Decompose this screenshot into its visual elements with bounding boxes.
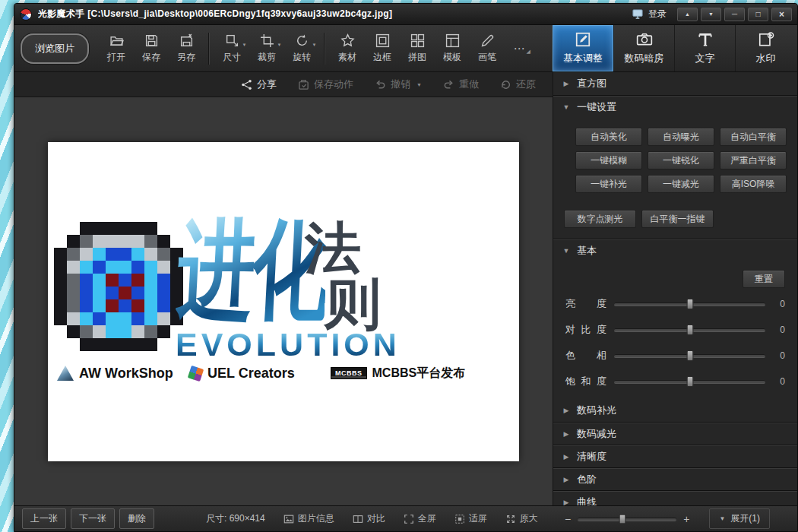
hue-slider[interactable] (614, 354, 765, 357)
collapsed-sections: ▶ 数码补光 ▶ 数码减光 ▶ 清晰度 ▶ 色阶 ▶ 曲线 (553, 399, 797, 505)
material-button[interactable]: 素材 (331, 30, 364, 68)
section-histogram[interactable]: ▶ 直方图 (553, 72, 797, 95)
rotate-button[interactable]: ▼ 旋转 (285, 30, 318, 68)
watermark-icon (758, 31, 774, 48)
contrast-slider[interactable] (614, 328, 765, 331)
high-iso-denoise-button[interactable]: 高ISO降噪 (720, 175, 787, 193)
border-button[interactable]: 边框 (366, 30, 399, 68)
chevron-right-icon: ▶ (562, 476, 570, 483)
basic-section-label: 基本 (577, 244, 597, 258)
section-basic[interactable]: ▼ 基本 (553, 239, 797, 261)
auto-beautify-button[interactable]: 自动美化 (575, 128, 642, 146)
login-button[interactable]: 登录 (627, 6, 674, 22)
next-image-button[interactable]: 下一张 (71, 508, 115, 529)
tab-watermark-label: 水印 (756, 52, 776, 65)
tab-text[interactable]: 文字 (674, 25, 735, 71)
share-button[interactable]: 分享 (241, 78, 277, 91)
collage-button[interactable]: 拼图 (401, 30, 434, 68)
folder-open-icon (109, 33, 124, 48)
contrast-label: 对比度 (565, 323, 606, 337)
maximize-button[interactable]: □ (748, 8, 768, 21)
clarity-label: 清晰度 (577, 450, 606, 464)
section-oneclick-settings[interactable]: ▼ 一键设置 (553, 95, 797, 118)
fit-screen-label: 适屏 (469, 512, 487, 525)
undo-icon (375, 79, 386, 90)
template-button[interactable]: 模板 (435, 30, 469, 68)
severe-white-balance-button[interactable]: 严重白平衡 (720, 151, 787, 169)
browse-images-button[interactable]: 浏览图片 (21, 33, 89, 64)
fullscreen-button[interactable]: 全屏 (404, 512, 436, 525)
more-tools-button[interactable]: ⋯ ◢ (505, 39, 533, 58)
original-size-button[interactable]: 原大 (505, 512, 538, 525)
contrast-slider-thumb[interactable] (686, 325, 693, 335)
brightness-slider[interactable] (614, 302, 765, 306)
restore-button[interactable]: 还原 (500, 78, 536, 91)
chevron-right-icon: ▶ (562, 430, 570, 438)
delete-image-button[interactable]: 删除 (119, 508, 154, 529)
digital-spot-metering-button[interactable]: 数字点测光 (564, 210, 636, 228)
digital-fill-light-label: 数码补光 (577, 404, 616, 417)
brightness-value: 0 (773, 299, 785, 309)
zoom-slider[interactable] (578, 518, 676, 521)
auto-exposure-button[interactable]: 自动曝光 (648, 128, 714, 146)
resize-button[interactable]: ▼ 尺寸 (215, 30, 249, 68)
save-button[interactable]: 保存 (135, 30, 168, 68)
logo-title-en: EVOLUTION (176, 328, 401, 361)
section-digital-fill-light[interactable]: ▶ 数码补光 (553, 399, 797, 422)
brightness-row: 亮度 0 (553, 291, 797, 317)
zoom-slider-thumb[interactable] (619, 514, 625, 524)
hue-slider-thumb[interactable] (686, 350, 693, 361)
expand-button[interactable]: ▼ 展开(1) (709, 508, 770, 529)
fit-screen-button[interactable]: 适屏 (454, 512, 487, 525)
save-as-button[interactable]: 另存 (169, 30, 203, 68)
auto-white-balance-button[interactable]: 自动白平衡 (720, 128, 787, 146)
skin-menu-button[interactable]: ▼ (701, 8, 721, 21)
login-icon (632, 8, 644, 20)
brush-button[interactable]: 画笔 (470, 30, 504, 68)
image-info-button[interactable]: 图片信息 (283, 512, 334, 525)
redo-button[interactable]: 重做 (443, 78, 479, 91)
rollup-window-button[interactable]: ▲ (677, 8, 698, 21)
one-key-reduce-light-button[interactable]: 一键减光 (648, 175, 714, 193)
rotate-label: 旋转 (293, 51, 311, 64)
canvas-area: 进化 法 则 EVOLUTION AW WorkShop UEL Creator… (14, 97, 553, 505)
compare-button[interactable]: 对比 (353, 512, 385, 525)
section-digital-reduce-light[interactable]: ▶ 数码减光 (553, 422, 797, 445)
levels-label: 色阶 (577, 473, 597, 486)
section-curves[interactable]: ▶ 曲线 (553, 490, 797, 505)
section-clarity[interactable]: ▶ 清晰度 (553, 445, 797, 467)
image-info-icon (283, 514, 294, 524)
one-key-fill-light-button[interactable]: 一键补光 (575, 175, 642, 193)
reset-button[interactable]: 重置 (743, 270, 785, 288)
minimize-button[interactable]: ─ (724, 8, 745, 21)
saturation-slider-thumb[interactable] (686, 376, 693, 387)
tab-digital-darkroom[interactable]: 数码暗房 (613, 25, 674, 71)
restore-icon (500, 79, 511, 90)
zoom-out-button[interactable]: − (565, 514, 571, 524)
close-button[interactable]: × (771, 8, 792, 21)
undo-button[interactable]: 撤销 ▼ (375, 78, 422, 91)
save-as-icon (179, 33, 194, 48)
brightness-slider-thumb[interactable] (686, 299, 693, 309)
one-key-blur-button[interactable]: 一键模糊 (575, 151, 642, 169)
prev-image-button[interactable]: 上一张 (22, 508, 66, 529)
section-levels[interactable]: ▶ 色阶 (553, 467, 797, 490)
saturation-slider[interactable] (614, 380, 765, 383)
one-key-sharpen-button[interactable]: 一键锐化 (648, 151, 714, 169)
tab-basic-adjust[interactable]: 基本调整 (553, 25, 613, 71)
chevron-right-icon: ▶ (562, 499, 570, 506)
dropdown-arrow-icon[interactable]: ▼ (416, 82, 422, 87)
crop-button[interactable]: ▼ 裁剪 (250, 30, 283, 68)
credit-aw-workshop: AW WorkShop (57, 366, 173, 382)
border-icon (375, 33, 390, 48)
open-button[interactable]: 打开 (100, 30, 133, 68)
white-balance-one-key-button[interactable]: 白平衡一指键 (641, 210, 714, 228)
tab-watermark[interactable]: 水印 (735, 25, 796, 71)
title-bar[interactable]: 光影魔术手 [C:\Users\d_jia\Desktop\006ERcDngy… (14, 4, 797, 25)
logo-sub-cn-bottom: 则 (325, 276, 381, 332)
hue-row: 色相 0 (553, 343, 797, 369)
redo-icon (443, 79, 454, 90)
hue-value: 0 (773, 350, 785, 361)
save-action-button[interactable]: 保存动作 (298, 78, 353, 91)
zoom-in-button[interactable]: + (683, 514, 689, 524)
